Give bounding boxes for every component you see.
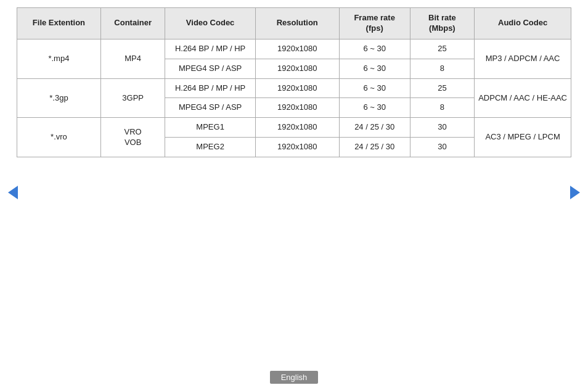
cell-resolution: 1920x1080	[255, 39, 339, 59]
cell-bit-rate: 30	[410, 118, 475, 138]
cell-frame-rate: 6 ~ 30	[339, 39, 410, 59]
cell-frame-rate: 24 / 25 / 30	[339, 118, 410, 138]
cell-frame-rate: 24 / 25 / 30	[339, 138, 410, 157]
header-bit-rate: Bit rate(Mbps)	[410, 8, 475, 39]
cell-bit-rate: 25	[410, 78, 475, 98]
cell-frame-rate: 6 ~ 30	[339, 98, 410, 118]
cell-video-codec: H.264 BP / MP / HP	[165, 39, 255, 59]
cell-container-3gp: 3GPP	[100, 78, 165, 118]
right-arrow-icon	[570, 186, 580, 199]
cell-container-vro: VROVOB	[100, 118, 165, 157]
cell-audio-codec-mp4: MP3 / ADPCM / AAC	[475, 39, 571, 78]
codec-table-container: File Extention Container Video Codec Res…	[17, 7, 571, 157]
header-video-codec: Video Codec	[165, 8, 255, 39]
cell-file-ext-vro: *.vro	[17, 118, 101, 157]
cell-frame-rate: 6 ~ 30	[339, 78, 410, 98]
table-header-row: File Extention Container Video Codec Res…	[17, 8, 571, 39]
page-wrapper: File Extention Container Video Codec Res…	[0, 0, 588, 385]
header-file-ext: File Extention	[17, 8, 101, 39]
language-button[interactable]: English	[270, 371, 319, 384]
cell-resolution: 1920x1080	[255, 78, 339, 98]
cell-audio-codec-3gp: ADPCM / AAC / HE-AAC	[475, 78, 571, 118]
header-audio-codec: Audio Codec	[475, 8, 571, 39]
cell-bit-rate: 25	[410, 39, 475, 59]
cell-video-codec: MPEG4 SP / ASP	[165, 59, 255, 78]
nav-arrow-right[interactable]	[568, 186, 582, 199]
cell-video-codec: MPEG2	[165, 138, 255, 157]
header-frame-rate: Frame rate(fps)	[339, 8, 410, 39]
codec-table: File Extention Container Video Codec Res…	[17, 7, 571, 157]
left-arrow-icon	[8, 186, 18, 199]
nav-arrow-left[interactable]	[6, 186, 20, 199]
cell-resolution: 1920x1080	[255, 138, 339, 157]
cell-file-ext-mp4: *.mp4	[17, 39, 101, 78]
cell-bit-rate: 8	[410, 59, 475, 78]
cell-resolution: 1920x1080	[255, 59, 339, 78]
cell-audio-codec-vro: AC3 / MPEG / LPCM	[475, 118, 571, 157]
cell-video-codec: MPEG1	[165, 118, 255, 138]
table-row: *.mp4 MP4 H.264 BP / MP / HP 1920x1080 6…	[17, 39, 571, 59]
cell-video-codec: MPEG4 SP / ASP	[165, 98, 255, 118]
table-row: *.vro VROVOB MPEG1 1920x1080 24 / 25 / 3…	[17, 118, 571, 138]
cell-bit-rate: 30	[410, 138, 475, 157]
cell-resolution: 1920x1080	[255, 98, 339, 118]
cell-bit-rate: 8	[410, 98, 475, 118]
cell-container-mp4: MP4	[100, 39, 165, 78]
cell-file-ext-3gp: *.3gp	[17, 78, 101, 118]
cell-frame-rate: 6 ~ 30	[339, 59, 410, 78]
table-row: *.3gp 3GPP H.264 BP / MP / HP 1920x1080 …	[17, 78, 571, 98]
header-container: Container	[100, 8, 165, 39]
cell-video-codec: H.264 BP / MP / HP	[165, 78, 255, 98]
cell-resolution: 1920x1080	[255, 118, 339, 138]
header-resolution: Resolution	[255, 8, 339, 39]
language-bar: English	[0, 369, 588, 385]
